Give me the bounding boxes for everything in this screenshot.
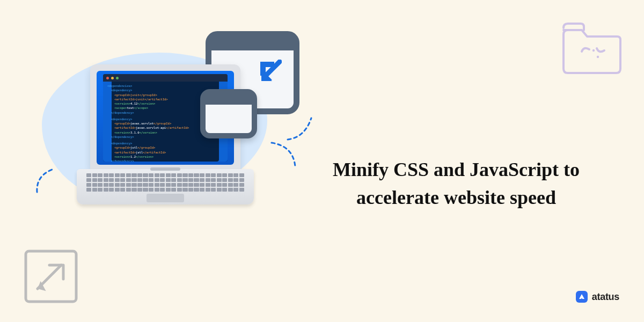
dashed-accent-icon bbox=[34, 165, 66, 197]
traffic-light-close-icon bbox=[106, 77, 109, 79]
traffic-light-min-icon bbox=[111, 77, 114, 79]
code-folder-icon bbox=[558, 16, 623, 75]
dashed-accent-icon bbox=[283, 112, 316, 144]
svg-point-0 bbox=[592, 49, 595, 52]
trackpad bbox=[147, 194, 184, 202]
window-small bbox=[200, 89, 257, 138]
brand-logo-icon bbox=[576, 291, 588, 303]
brand-name: atatus bbox=[592, 291, 619, 303]
traffic-light-max-icon bbox=[116, 77, 119, 79]
svg-point-1 bbox=[597, 56, 599, 58]
brand: atatus bbox=[576, 291, 619, 303]
headline: Minify CSS and JavaScript to accelerate … bbox=[301, 156, 612, 211]
minimize-arrow-icon bbox=[258, 60, 282, 83]
keyboard bbox=[86, 173, 244, 192]
hero-illustration: <dependencies> <dependency> <groupId>jun… bbox=[47, 26, 310, 219]
popout-arrow-icon bbox=[21, 247, 80, 306]
